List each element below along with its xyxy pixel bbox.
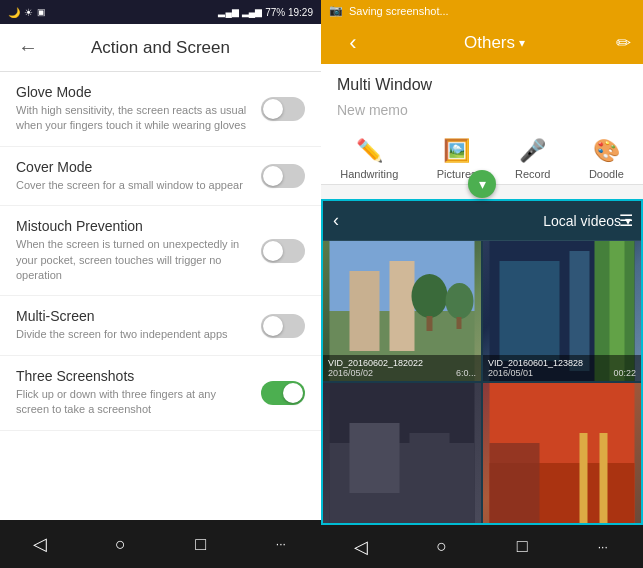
- expand-button[interactable]: ▾: [468, 170, 496, 198]
- video-panel-title: Local videos: [543, 213, 621, 229]
- status-right-icons: ▂▄▆ ▂▄▆ 77% 19:29: [218, 7, 313, 18]
- video-grid: VID_20160602_182022 2016/05/02 6:0...: [323, 241, 641, 523]
- handwriting-icon: ✏️: [356, 138, 383, 164]
- status-left-icons: 🌙 ☀ ▣: [8, 7, 46, 18]
- right-nav-more-button[interactable]: ···: [583, 527, 623, 567]
- setting-desc-screenshots: Flick up or down with three fingers at a…: [16, 387, 249, 418]
- video-thumb-2[interactable]: VID_20160601_123828 2016/05/01 00:22: [483, 241, 641, 381]
- video-thumb-4[interactable]: [483, 383, 641, 523]
- svg-rect-2: [350, 271, 380, 351]
- left-panel: 🌙 ☀ ▣ ▂▄▆ ▂▄▆ 77% 19:29 ← Action and Scr…: [0, 0, 321, 568]
- setting-title-screenshots: Three Screenshots: [16, 368, 249, 384]
- edit-icon[interactable]: ✏: [616, 32, 631, 54]
- setting-item-multiscreen: Multi-Screen Divide the screen for two i…: [0, 296, 321, 355]
- video-thumb-1[interactable]: VID_20160602_182022 2016/05/02 6:0...: [323, 241, 481, 381]
- nav-home-icon: ○: [115, 534, 126, 555]
- video-duration-1: 6:0...: [456, 368, 476, 378]
- list-view-icon[interactable]: ☰: [619, 211, 633, 230]
- right-nav-more-icon: ···: [598, 540, 608, 554]
- header-left: ← Action and Screen: [0, 24, 321, 72]
- setting-item-mistouch: Mistouch Prevention When the screen is t…: [0, 206, 321, 296]
- video-title-row: Local videos ▾: [543, 213, 631, 229]
- new-memo-label: New memo: [337, 102, 627, 118]
- setting-desc-multiscreen: Divide the screen for two independent ap…: [16, 327, 249, 342]
- right-header-title: Others: [464, 33, 515, 53]
- right-nav-recent-icon: □: [517, 536, 528, 557]
- tool-handwriting-label: Handwriting: [340, 168, 398, 180]
- chevron-down-icon: ▾: [519, 36, 525, 50]
- nav-bar-right: ◁ ○ □ ···: [321, 525, 643, 568]
- setting-item-three-screenshots: Three Screenshots Flick up or down with …: [0, 356, 321, 431]
- back-button[interactable]: ←: [12, 32, 44, 64]
- video-header: ‹ Local videos ▾ ☰: [323, 201, 641, 241]
- nav-bar-left: ◁ ○ □ ···: [0, 520, 321, 568]
- video-date-2: 2016/05/01: [488, 368, 533, 378]
- setting-title-multiscreen: Multi-Screen: [16, 308, 249, 324]
- svg-rect-9: [500, 261, 560, 361]
- expand-icon: ▾: [479, 176, 486, 192]
- svg-point-4: [412, 274, 448, 318]
- toggle-multiscreen[interactable]: [261, 314, 305, 338]
- video-thumb-3[interactable]: [323, 383, 481, 523]
- status-bar-right: 📷 Saving screenshot...: [321, 0, 643, 21]
- signal-icon: ▂▄▆: [218, 7, 238, 17]
- svg-rect-5: [427, 316, 433, 331]
- nav-recent-icon: □: [195, 534, 206, 555]
- svg-rect-21: [600, 433, 608, 523]
- nav-back-icon: ◁: [33, 533, 47, 555]
- video-info-2: VID_20160601_123828 2016/05/01 00:22: [483, 355, 641, 381]
- right-nav-back-button[interactable]: ◁: [341, 527, 381, 567]
- toggle-glove[interactable]: [261, 97, 305, 121]
- setting-text-multiscreen: Multi-Screen Divide the screen for two i…: [16, 308, 249, 342]
- toggle-cover[interactable]: [261, 164, 305, 188]
- svg-rect-16: [410, 433, 450, 493]
- svg-rect-3: [390, 261, 415, 351]
- nav-back-button[interactable]: ◁: [20, 524, 60, 564]
- tool-handwriting[interactable]: ✏️ Handwriting: [340, 138, 398, 180]
- pictures-icon: 🖼️: [443, 138, 470, 164]
- memo-tools-bar: ✏️ Handwriting 🖼️ Pictures 🎤 Record 🎨 Do…: [321, 130, 643, 185]
- video-date-1: 2016/05/02: [328, 368, 373, 378]
- right-nav-home-icon: ○: [436, 536, 447, 557]
- setting-text-screenshots: Three Screenshots Flick up or down with …: [16, 368, 249, 418]
- svg-point-6: [446, 283, 474, 319]
- setting-desc-cover: Cover the screen for a small window to a…: [16, 178, 249, 193]
- right-header-title-group: Others ▾: [464, 33, 525, 53]
- nav-recent-button[interactable]: □: [181, 524, 221, 564]
- right-back-button[interactable]: ‹: [333, 23, 373, 63]
- battery-text: 77% 19:29: [265, 7, 313, 18]
- setting-title-cover: Cover Mode: [16, 159, 249, 175]
- back-icon: ←: [18, 36, 38, 59]
- svg-rect-19: [490, 443, 540, 523]
- tool-record[interactable]: 🎤 Record: [515, 138, 550, 180]
- svg-rect-7: [457, 317, 462, 329]
- tool-doodle-label: Doodle: [589, 168, 624, 180]
- multi-window-title: Multi Window: [337, 76, 627, 94]
- setting-title-mistouch: Mistouch Prevention: [16, 218, 249, 234]
- multi-window-area: Multi Window New memo: [321, 64, 643, 130]
- video-filename-2: VID_20160601_123828: [488, 358, 636, 368]
- video-panel: ‹ Local videos ▾ ☰: [321, 199, 643, 525]
- moon-icon: 🌙: [8, 7, 20, 18]
- setting-desc-glove: With high sensitivity, the screen reacts…: [16, 103, 249, 134]
- right-nav-home-button[interactable]: ○: [422, 527, 462, 567]
- setting-title-glove: Glove Mode: [16, 84, 249, 100]
- status-bar-left: 🌙 ☀ ▣ ▂▄▆ ▂▄▆ 77% 19:29: [0, 0, 321, 24]
- right-nav-recent-button[interactable]: □: [502, 527, 542, 567]
- setting-desc-mistouch: When the screen is turned on unexpectedl…: [16, 237, 249, 283]
- wifi-icon: ▂▄▆: [242, 7, 262, 17]
- toggle-screenshots[interactable]: [261, 381, 305, 405]
- video-info-1: VID_20160602_182022 2016/05/02 6:0...: [323, 355, 481, 381]
- video-back-button[interactable]: ‹: [333, 210, 339, 231]
- tool-doodle[interactable]: 🎨 Doodle: [589, 138, 624, 180]
- setting-item-glove-mode: Glove Mode With high sensitivity, the sc…: [0, 72, 321, 147]
- svg-rect-15: [350, 423, 400, 493]
- right-nav-back-icon: ◁: [354, 536, 368, 558]
- nav-more-button[interactable]: ···: [261, 524, 301, 564]
- nav-home-button[interactable]: ○: [100, 524, 140, 564]
- video-duration-2: 00:22: [613, 368, 636, 378]
- right-back-icon: ‹: [349, 30, 356, 56]
- toggle-mistouch[interactable]: [261, 239, 305, 263]
- sun-icon: ☀: [24, 7, 33, 18]
- settings-list: Glove Mode With high sensitivity, the sc…: [0, 72, 321, 520]
